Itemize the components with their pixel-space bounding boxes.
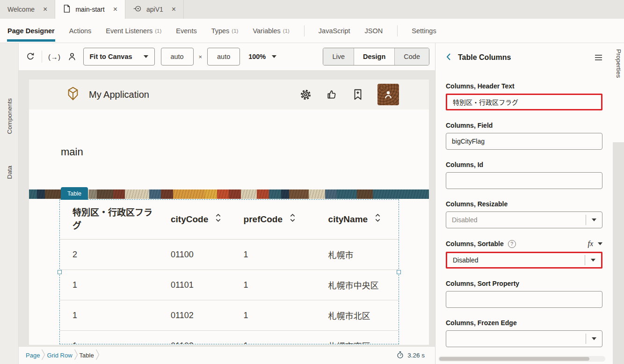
field-label: Columns, Field	[446, 122, 602, 129]
panel-title: Table Columns	[458, 53, 511, 62]
breadcrumb-table[interactable]: Table	[80, 352, 94, 359]
field-field: Columns, Field	[446, 122, 602, 150]
field-header-text: Columns, Header Text	[446, 82, 602, 110]
tab-apiv1[interactable]: apiV1 ×	[125, 0, 184, 19]
zoom-dropdown[interactable]: 100%	[248, 53, 276, 60]
field-label: Columns, Header Text	[446, 82, 602, 90]
selection-handle[interactable]	[397, 270, 401, 274]
breadcrumb-grid-row[interactable]: Grid Row	[47, 352, 72, 359]
field-sortable: Columns, Sortable ? fx Disabled	[446, 240, 602, 269]
table-component[interactable]: 特別区・行政区フラグ cityCode prefCode cityName	[60, 200, 399, 344]
frozen-edge-select[interactable]	[446, 330, 602, 347]
table-row[interactable]: 1 01102 1 札幌市北区	[60, 300, 399, 331]
header-text-input[interactable]	[446, 94, 602, 110]
dock-tab-properties[interactable]: Properties	[613, 43, 624, 142]
fx-icon: fx	[588, 240, 593, 248]
table-row[interactable]: 1 01101 1 札幌市中央区	[60, 270, 399, 300]
avatar[interactable]	[377, 84, 399, 105]
chevron-down-icon	[272, 55, 276, 58]
count-badge: (1)	[155, 28, 161, 34]
live-button[interactable]: Live	[323, 48, 354, 65]
back-chevron-icon[interactable]	[446, 53, 451, 63]
table-header-row: 特別区・行政区フラグ cityCode prefCode cityName	[60, 200, 399, 240]
sort-property-input[interactable]	[446, 291, 602, 308]
right-dock: Properties	[613, 43, 624, 364]
close-icon[interactable]: ×	[43, 5, 47, 14]
designer-toolbar: (→) Fit to Canvas auto × auto 100% Live …	[19, 43, 435, 70]
field-label: Columns, Sortable ? fx	[446, 240, 602, 248]
tab-json[interactable]: JSON	[365, 19, 383, 43]
tab-welcome[interactable]: Welcome ×	[0, 0, 55, 19]
column-header[interactable]: cityName	[316, 213, 399, 226]
divider	[304, 25, 305, 36]
hamburger-menu-icon[interactable]	[595, 54, 602, 61]
bookmark-plus-icon[interactable]	[352, 88, 363, 101]
render-time: 3.26 s	[396, 351, 425, 360]
design-button[interactable]: Design	[354, 48, 394, 65]
page-icon	[63, 4, 71, 15]
field-label: Columns, Resizable	[446, 200, 602, 208]
canvas-height-input[interactable]: auto	[207, 48, 240, 66]
refresh-icon[interactable]	[25, 51, 36, 62]
fit-to-canvas-dropdown[interactable]: Fit to Canvas	[83, 48, 155, 66]
chevron-down-icon[interactable]	[585, 259, 601, 262]
breadcrumb-page[interactable]: Page	[26, 352, 40, 359]
sort-icon[interactable]	[375, 213, 381, 226]
column-header[interactable]: 特別区・行政区フラグ	[60, 206, 158, 232]
user-icon[interactable]	[67, 51, 77, 62]
code-button[interactable]: Code	[394, 48, 429, 65]
stopwatch-icon	[396, 351, 404, 360]
go-to-flow-icon[interactable]: (→)	[48, 53, 61, 61]
scrollbar-thumb[interactable]	[439, 357, 589, 361]
tab-events[interactable]: Events	[176, 19, 196, 43]
field-frozen-edge: Columns, Frozen Edge	[446, 319, 602, 347]
column-header[interactable]: prefCode	[231, 213, 316, 226]
tab-javascript[interactable]: JavaScript	[319, 19, 350, 43]
properties-panel: Table Columns Columns, Header Text Colum…	[435, 43, 613, 364]
tab-actions[interactable]: Actions	[69, 19, 92, 43]
tab-settings[interactable]: Settings	[412, 19, 436, 43]
app-logo-icon	[65, 86, 80, 103]
selection-handle[interactable]	[58, 270, 62, 274]
close-icon[interactable]: ×	[172, 5, 176, 14]
chevron-right-icon	[41, 349, 45, 362]
tab-event-listeners[interactable]: Event Listeners(1)	[106, 19, 161, 43]
resizable-select[interactable]: Disabled	[446, 211, 602, 228]
app-header: My Application	[29, 80, 429, 109]
app-preview-page: My Application main	[29, 80, 429, 345]
divider	[42, 51, 42, 63]
table-selection-badge[interactable]: Table	[61, 187, 88, 200]
thumbs-up-icon[interactable]	[326, 88, 338, 101]
id-input[interactable]	[446, 172, 602, 189]
expression-toggle[interactable]: fx	[588, 240, 602, 248]
field-id: Columns, Id	[446, 161, 602, 189]
table-row-partial[interactable]: 1 01103 1 札幌市東区	[60, 331, 399, 344]
decorative-pattern-strip	[29, 189, 429, 199]
designer-center: (→) Fit to Canvas auto × auto 100% Live …	[19, 43, 435, 364]
design-canvas: My Application main	[19, 70, 435, 346]
tab-types[interactable]: Types(1)	[211, 19, 239, 43]
sort-icon[interactable]	[215, 213, 221, 226]
table-row[interactable]: 2 01100 1 札幌市	[60, 240, 399, 270]
chevron-down-icon[interactable]	[586, 337, 602, 340]
sortable-select[interactable]: Disabled	[446, 252, 602, 269]
dock-tab-components[interactable]: Components	[0, 98, 19, 134]
canvas-width-input[interactable]: auto	[161, 48, 194, 66]
close-icon[interactable]: ×	[113, 5, 117, 14]
tab-page-designer[interactable]: Page Designer	[7, 19, 55, 43]
field-label: Columns, Sort Property	[446, 280, 602, 287]
tab-label: Welcome	[7, 6, 35, 13]
sort-icon[interactable]	[290, 213, 296, 226]
tab-variables[interactable]: Variables(1)	[253, 19, 289, 43]
horizontal-scrollbar[interactable]	[438, 356, 605, 362]
column-header[interactable]: cityCode	[158, 213, 231, 226]
field-input[interactable]	[446, 133, 602, 150]
dock-tab-data[interactable]: Data	[0, 166, 19, 179]
tab-label: apiV1	[146, 6, 163, 13]
chevron-right-icon	[95, 349, 100, 362]
help-icon[interactable]: ?	[508, 240, 516, 248]
gear-icon[interactable]	[299, 88, 312, 101]
tab-main-start[interactable]: main-start ×	[55, 0, 125, 19]
chevron-down-icon	[598, 242, 602, 245]
chevron-down-icon[interactable]	[586, 218, 602, 221]
